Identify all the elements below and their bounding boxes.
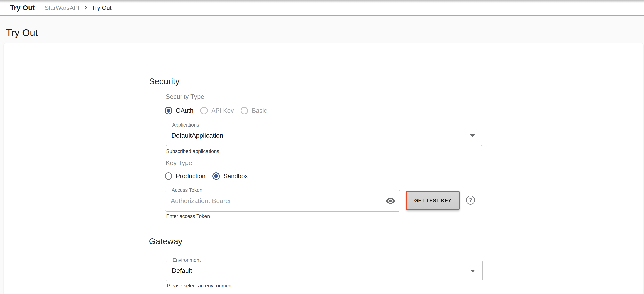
radio-api-key-label: API Key xyxy=(211,107,234,114)
page-title: Try Out xyxy=(6,27,38,38)
radio-production-label: Production xyxy=(176,173,206,180)
applications-select-label: Applications xyxy=(170,122,201,128)
try-out-panel xyxy=(4,43,644,294)
breadcrumb-current: Try Out xyxy=(92,4,112,11)
key-type-radio-group: Production Sandbox xyxy=(165,172,248,180)
environment-select-value: Default xyxy=(172,267,192,274)
radio-oauth-circle[interactable] xyxy=(165,107,172,114)
gateway-section-heading: Gateway xyxy=(149,237,182,246)
radio-oauth[interactable]: OAuth xyxy=(165,107,194,114)
applications-select-value: DefaultApplication xyxy=(171,132,223,139)
environment-helper-text: Please select an environment xyxy=(167,283,233,289)
radio-basic-label: Basic xyxy=(252,107,267,114)
radio-production-circle[interactable] xyxy=(165,172,172,180)
radio-basic: Basic xyxy=(241,107,267,114)
environment-select[interactable]: Environment Default xyxy=(166,260,483,281)
radio-api-key-circle xyxy=(200,107,208,114)
breadcrumb-api-link[interactable]: StarWarsAPI xyxy=(45,4,79,11)
top-header-bar: Try Out StarWarsAPI Try Out xyxy=(0,0,644,16)
security-type-label: Security Type xyxy=(166,93,204,101)
security-section-heading: Security xyxy=(149,77,180,86)
access-token-field: Access Token xyxy=(165,190,400,212)
chevron-right-icon xyxy=(82,5,88,11)
radio-api-key: API Key xyxy=(200,107,234,114)
security-type-radio-group: OAuth API Key Basic xyxy=(165,107,267,114)
caret-down-icon xyxy=(470,134,475,137)
applications-select[interactable]: Applications DefaultApplication xyxy=(166,125,482,146)
radio-sandbox-label: Sandbox xyxy=(223,173,248,180)
environment-select-label: Environment xyxy=(171,257,202,263)
radio-basic-circle xyxy=(241,107,248,114)
eye-icon[interactable] xyxy=(386,196,396,206)
access-token-input[interactable] xyxy=(171,190,388,211)
key-type-label: Key Type xyxy=(166,159,192,167)
applications-helper-text: Subscribed applications xyxy=(166,148,219,154)
radio-sandbox-circle[interactable] xyxy=(212,172,220,180)
get-test-key-button[interactable]: GET TEST KEY xyxy=(406,191,460,210)
radio-production[interactable]: Production xyxy=(165,172,206,180)
help-icon[interactable]: ? xyxy=(466,195,475,205)
radio-sandbox[interactable]: Sandbox xyxy=(212,172,248,180)
header-divider xyxy=(40,3,40,12)
header-title: Try Out xyxy=(10,4,35,12)
caret-down-icon xyxy=(470,270,475,272)
radio-oauth-label: OAuth xyxy=(176,107,194,114)
access-token-helper-text: Enter access Token xyxy=(166,213,210,219)
